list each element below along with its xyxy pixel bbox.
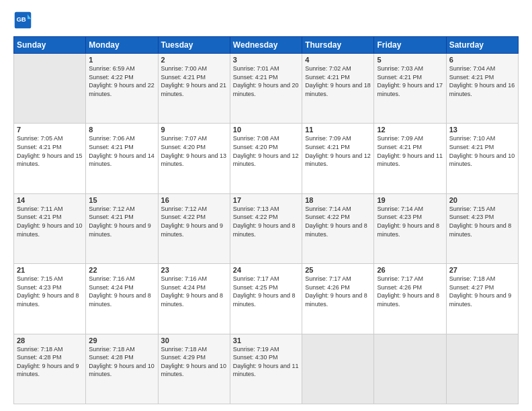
day-info: Sunrise: 7:18 AMSunset: 4:27 PMDaylight:… bbox=[449, 275, 512, 308]
day-info: Sunrise: 7:18 AMSunset: 4:28 PMDaylight:… bbox=[89, 346, 154, 378]
day-info: Sunrise: 7:15 AMSunset: 4:23 PMDaylight:… bbox=[449, 205, 512, 238]
day-number: 27 bbox=[449, 266, 515, 274]
day-number: 10 bbox=[233, 126, 299, 134]
calendar-cell: 19Sunrise: 7:14 AMSunset: 4:23 PMDayligh… bbox=[374, 193, 446, 263]
day-number: 14 bbox=[17, 196, 83, 204]
calendar-cell: 25Sunrise: 7:17 AMSunset: 4:26 PMDayligh… bbox=[302, 264, 374, 334]
weekday-tuesday: Tuesday bbox=[158, 37, 230, 54]
calendar-cell: 12Sunrise: 7:09 AMSunset: 4:21 PMDayligh… bbox=[374, 124, 446, 193]
day-number: 12 bbox=[377, 126, 443, 134]
calendar-cell: 1Sunrise: 6:59 AMSunset: 4:22 PMDaylight… bbox=[86, 54, 158, 124]
day-number: 3 bbox=[233, 56, 299, 64]
day-number: 28 bbox=[17, 336, 83, 345]
day-info: Sunrise: 7:15 AMSunset: 4:23 PMDaylight:… bbox=[17, 275, 79, 308]
day-info: Sunrise: 7:17 AMSunset: 4:26 PMDaylight:… bbox=[305, 275, 367, 308]
weekday-saturday: Saturday bbox=[446, 37, 518, 54]
calendar-cell: 4Sunrise: 7:02 AMSunset: 4:21 PMDaylight… bbox=[302, 54, 374, 124]
svg-text:GB: GB bbox=[16, 15, 26, 23]
calendar-cell: 21Sunrise: 7:15 AMSunset: 4:23 PMDayligh… bbox=[14, 264, 86, 334]
day-info: Sunrise: 7:12 AMSunset: 4:21 PMDaylight:… bbox=[89, 205, 151, 238]
calendar-week-5: 28Sunrise: 7:18 AMSunset: 4:28 PMDayligh… bbox=[14, 334, 519, 404]
calendar-cell: 20Sunrise: 7:15 AMSunset: 4:23 PMDayligh… bbox=[446, 193, 518, 263]
day-info: Sunrise: 7:06 AMSunset: 4:21 PMDaylight:… bbox=[89, 135, 154, 167]
day-info: Sunrise: 7:04 AMSunset: 4:21 PMDaylight:… bbox=[449, 65, 515, 97]
day-number: 26 bbox=[377, 266, 443, 274]
day-info: Sunrise: 7:03 AMSunset: 4:21 PMDaylight:… bbox=[377, 65, 443, 97]
day-info: Sunrise: 7:17 AMSunset: 4:26 PMDaylight:… bbox=[377, 275, 439, 308]
day-info: Sunrise: 7:16 AMSunset: 4:24 PMDaylight:… bbox=[89, 275, 151, 308]
calendar-week-1: 1Sunrise: 6:59 AMSunset: 4:22 PMDaylight… bbox=[14, 54, 519, 124]
weekday-wednesday: Wednesday bbox=[230, 37, 302, 54]
day-info: Sunrise: 7:09 AMSunset: 4:21 PMDaylight:… bbox=[377, 135, 443, 167]
day-number: 24 bbox=[233, 266, 299, 274]
calendar-cell: 6Sunrise: 7:04 AMSunset: 4:21 PMDaylight… bbox=[446, 54, 518, 124]
calendar-cell: 30Sunrise: 7:18 AMSunset: 4:29 PMDayligh… bbox=[158, 334, 230, 404]
calendar-week-2: 7Sunrise: 7:05 AMSunset: 4:21 PMDaylight… bbox=[14, 124, 519, 193]
weekday-sunday: Sunday bbox=[14, 37, 86, 54]
calendar-week-4: 21Sunrise: 7:15 AMSunset: 4:23 PMDayligh… bbox=[14, 264, 519, 334]
calendar-cell: 11Sunrise: 7:09 AMSunset: 4:21 PMDayligh… bbox=[302, 124, 374, 193]
calendar-cell: 31Sunrise: 7:19 AMSunset: 4:30 PMDayligh… bbox=[230, 334, 302, 404]
day-number: 20 bbox=[449, 196, 515, 204]
weekday-thursday: Thursday bbox=[302, 37, 374, 54]
calendar-cell: 18Sunrise: 7:14 AMSunset: 4:22 PMDayligh… bbox=[302, 193, 374, 263]
calendar-cell: 29Sunrise: 7:18 AMSunset: 4:28 PMDayligh… bbox=[86, 334, 158, 404]
day-number: 18 bbox=[305, 196, 371, 204]
day-number: 17 bbox=[233, 196, 299, 204]
weekday-header-row: SundayMondayTuesdayWednesdayThursdayFrid… bbox=[14, 37, 519, 54]
day-number: 13 bbox=[449, 126, 515, 134]
day-info: Sunrise: 7:11 AMSunset: 4:21 PMDaylight:… bbox=[17, 205, 83, 238]
day-info: Sunrise: 7:01 AMSunset: 4:21 PMDaylight:… bbox=[233, 65, 299, 97]
calendar-cell: 22Sunrise: 7:16 AMSunset: 4:24 PMDayligh… bbox=[86, 264, 158, 334]
day-info: Sunrise: 7:13 AMSunset: 4:22 PMDaylight:… bbox=[233, 205, 296, 238]
calendar-cell: 14Sunrise: 7:11 AMSunset: 4:21 PMDayligh… bbox=[14, 193, 86, 263]
calendar-cell: 9Sunrise: 7:07 AMSunset: 4:20 PMDaylight… bbox=[158, 124, 230, 193]
day-info: Sunrise: 7:08 AMSunset: 4:20 PMDaylight:… bbox=[233, 135, 299, 167]
day-number: 11 bbox=[305, 126, 371, 134]
calendar-cell: 2Sunrise: 7:00 AMSunset: 4:21 PMDaylight… bbox=[158, 54, 230, 124]
calendar-cell: 13Sunrise: 7:10 AMSunset: 4:21 PMDayligh… bbox=[446, 124, 518, 193]
logo: GB bbox=[13, 11, 34, 30]
day-number: 21 bbox=[17, 266, 83, 274]
calendar-body: 1Sunrise: 6:59 AMSunset: 4:22 PMDaylight… bbox=[14, 54, 519, 404]
day-info: Sunrise: 7:07 AMSunset: 4:20 PMDaylight:… bbox=[161, 135, 227, 167]
day-number: 9 bbox=[161, 126, 227, 134]
header: GB bbox=[13, 11, 519, 30]
calendar-cell: 27Sunrise: 7:18 AMSunset: 4:27 PMDayligh… bbox=[446, 264, 518, 334]
day-number: 5 bbox=[377, 56, 443, 64]
day-number: 16 bbox=[161, 196, 227, 204]
calendar-cell bbox=[14, 54, 86, 124]
calendar-cell: 24Sunrise: 7:17 AMSunset: 4:25 PMDayligh… bbox=[230, 264, 302, 334]
calendar-cell: 26Sunrise: 7:17 AMSunset: 4:26 PMDayligh… bbox=[374, 264, 446, 334]
calendar-cell: 5Sunrise: 7:03 AMSunset: 4:21 PMDaylight… bbox=[374, 54, 446, 124]
day-info: Sunrise: 6:59 AMSunset: 4:22 PMDaylight:… bbox=[89, 65, 154, 97]
calendar-cell bbox=[446, 334, 518, 404]
day-info: Sunrise: 7:02 AMSunset: 4:21 PMDaylight:… bbox=[305, 65, 371, 97]
day-info: Sunrise: 7:16 AMSunset: 4:24 PMDaylight:… bbox=[161, 275, 224, 308]
day-number: 30 bbox=[161, 336, 227, 345]
logo-icon: GB bbox=[13, 11, 32, 30]
calendar-cell: 28Sunrise: 7:18 AMSunset: 4:28 PMDayligh… bbox=[14, 334, 86, 404]
calendar-cell: 10Sunrise: 7:08 AMSunset: 4:20 PMDayligh… bbox=[230, 124, 302, 193]
day-number: 4 bbox=[305, 56, 371, 64]
calendar-cell bbox=[302, 334, 374, 404]
day-number: 8 bbox=[89, 126, 154, 134]
day-number: 25 bbox=[305, 266, 371, 274]
day-info: Sunrise: 7:18 AMSunset: 4:29 PMDaylight:… bbox=[161, 346, 227, 378]
day-info: Sunrise: 7:19 AMSunset: 4:30 PMDaylight:… bbox=[233, 346, 299, 378]
day-info: Sunrise: 7:12 AMSunset: 4:22 PMDaylight:… bbox=[161, 205, 224, 238]
calendar-cell: 16Sunrise: 7:12 AMSunset: 4:22 PMDayligh… bbox=[158, 193, 230, 263]
day-number: 7 bbox=[17, 126, 83, 134]
day-number: 6 bbox=[449, 56, 515, 64]
day-info: Sunrise: 7:10 AMSunset: 4:21 PMDaylight:… bbox=[449, 135, 515, 167]
calendar-cell: 3Sunrise: 7:01 AMSunset: 4:21 PMDaylight… bbox=[230, 54, 302, 124]
day-number: 22 bbox=[89, 266, 154, 274]
day-info: Sunrise: 7:14 AMSunset: 4:23 PMDaylight:… bbox=[377, 205, 439, 238]
calendar-cell: 17Sunrise: 7:13 AMSunset: 4:22 PMDayligh… bbox=[230, 193, 302, 263]
day-number: 23 bbox=[161, 266, 227, 274]
calendar-cell: 15Sunrise: 7:12 AMSunset: 4:21 PMDayligh… bbox=[86, 193, 158, 263]
weekday-monday: Monday bbox=[86, 37, 158, 54]
calendar-cell: 7Sunrise: 7:05 AMSunset: 4:21 PMDaylight… bbox=[14, 124, 86, 193]
weekday-friday: Friday bbox=[374, 37, 446, 54]
page-container: GB SundayMondayTuesdayWednesdayThursdayF… bbox=[0, 0, 532, 411]
